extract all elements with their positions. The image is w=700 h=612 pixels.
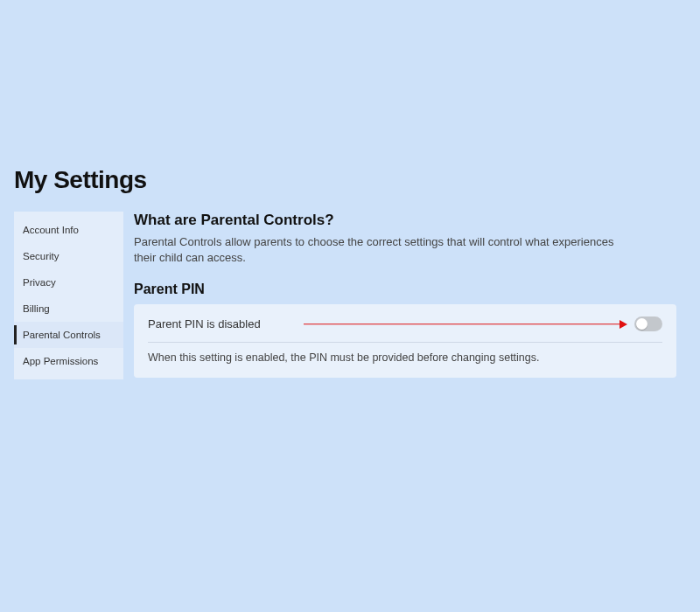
sidebar-item-security[interactable]: Security bbox=[14, 243, 123, 269]
sidebar: Account Info Security Privacy Billing Pa… bbox=[14, 212, 123, 379]
card-divider bbox=[148, 342, 662, 343]
annotation-arrow bbox=[304, 320, 627, 329]
sidebar-item-parental-controls[interactable]: Parental Controls bbox=[14, 322, 123, 348]
parent-pin-toggle[interactable] bbox=[634, 316, 662, 331]
main-panel: What are Parental Controls? Parental Con… bbox=[132, 212, 686, 378]
sidebar-item-privacy[interactable]: Privacy bbox=[14, 269, 123, 296]
sidebar-item-account-info[interactable]: Account Info bbox=[14, 217, 123, 243]
parent-pin-note: When this setting is enabled, the PIN mu… bbox=[148, 351, 662, 364]
page-title: My Settings bbox=[14, 166, 686, 194]
parent-pin-heading: Parent PIN bbox=[134, 282, 682, 297]
parent-pin-row: Parent PIN is disabled bbox=[148, 316, 662, 331]
sidebar-item-billing[interactable]: Billing bbox=[14, 296, 123, 322]
parent-pin-status-text: Parent PIN is disabled bbox=[148, 317, 261, 330]
arrow-icon bbox=[304, 320, 627, 329]
section-heading-what-are-parental-controls: What are Parental Controls? bbox=[134, 212, 682, 229]
toggle-knob-icon bbox=[636, 318, 648, 330]
content-row: Account Info Security Privacy Billing Pa… bbox=[14, 212, 686, 379]
section-description: Parental Controls allow parents to choos… bbox=[134, 234, 624, 266]
parent-pin-card: Parent PIN is disabled When this setting… bbox=[134, 304, 676, 378]
sidebar-item-app-permissions[interactable]: App Permissions bbox=[14, 348, 123, 374]
